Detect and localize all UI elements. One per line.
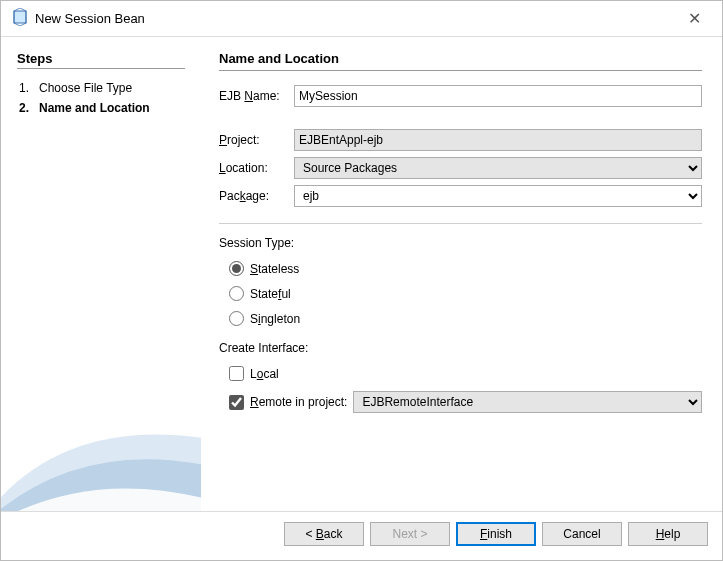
- ejb-name-row: EJB Name:: [219, 85, 702, 107]
- svg-rect-0: [14, 11, 26, 23]
- decorative-swoosh: [1, 311, 201, 511]
- dialog-title: New Session Bean: [29, 11, 676, 26]
- step-item: 1. Choose File Type: [19, 79, 185, 97]
- location-select[interactable]: Source Packages: [294, 157, 702, 179]
- project-input: [294, 129, 702, 151]
- stateful-radio[interactable]: [229, 286, 244, 301]
- close-icon[interactable]: ✕: [676, 9, 712, 28]
- stateless-radio[interactable]: [229, 261, 244, 276]
- project-label: Project:: [219, 133, 294, 147]
- dialog-body: Steps 1. Choose File Type 2. Name and Lo…: [1, 37, 722, 511]
- divider: [17, 68, 185, 69]
- remote-label: Remote in project:: [250, 395, 347, 409]
- radio-stateless[interactable]: Stateless: [229, 261, 702, 276]
- content-panel: Name and Location EJB Name: Project: Loc…: [201, 37, 722, 511]
- location-label: Location:: [219, 161, 294, 175]
- local-checkbox[interactable]: [229, 366, 244, 381]
- remote-project-select[interactable]: EJBRemoteInterface: [353, 391, 702, 413]
- content-heading: Name and Location: [219, 51, 702, 66]
- button-bar: < Back Next > Finish Cancel Help: [1, 511, 722, 560]
- steps-sidebar: Steps 1. Choose File Type 2. Name and Lo…: [1, 37, 201, 511]
- remote-checkbox[interactable]: [229, 395, 244, 410]
- ejb-name-input[interactable]: [294, 85, 702, 107]
- create-interface-label: Create Interface:: [219, 341, 702, 355]
- remote-checkbox-row: Remote in project: EJBRemoteInterface: [229, 391, 702, 413]
- ejb-name-label: EJB Name:: [219, 89, 294, 103]
- package-select[interactable]: ejb: [294, 185, 702, 207]
- singleton-radio[interactable]: [229, 311, 244, 326]
- radio-singleton[interactable]: Singleton: [229, 311, 702, 326]
- step-item: 2. Name and Location: [19, 99, 185, 117]
- project-row: Project:: [219, 129, 702, 151]
- finish-button[interactable]: Finish: [456, 522, 536, 546]
- session-type-label: Session Type:: [219, 236, 702, 250]
- next-button: Next >: [370, 522, 450, 546]
- steps-list: 1. Choose File Type 2. Name and Location: [17, 79, 185, 117]
- location-row: Location: Source Packages: [219, 157, 702, 179]
- title-bar: New Session Bean ✕: [1, 1, 722, 37]
- cancel-button[interactable]: Cancel: [542, 522, 622, 546]
- radio-stateful[interactable]: Stateful: [229, 286, 702, 301]
- steps-heading: Steps: [17, 51, 185, 66]
- package-label: Package:: [219, 189, 294, 203]
- divider: [219, 223, 702, 224]
- help-button[interactable]: Help: [628, 522, 708, 546]
- new-session-bean-dialog: New Session Bean ✕ Steps 1. Choose File …: [0, 0, 723, 561]
- divider: [219, 70, 702, 71]
- bean-icon: [11, 8, 29, 29]
- back-button[interactable]: < Back: [284, 522, 364, 546]
- local-checkbox-row[interactable]: Local: [229, 366, 702, 381]
- package-row: Package: ejb: [219, 185, 702, 207]
